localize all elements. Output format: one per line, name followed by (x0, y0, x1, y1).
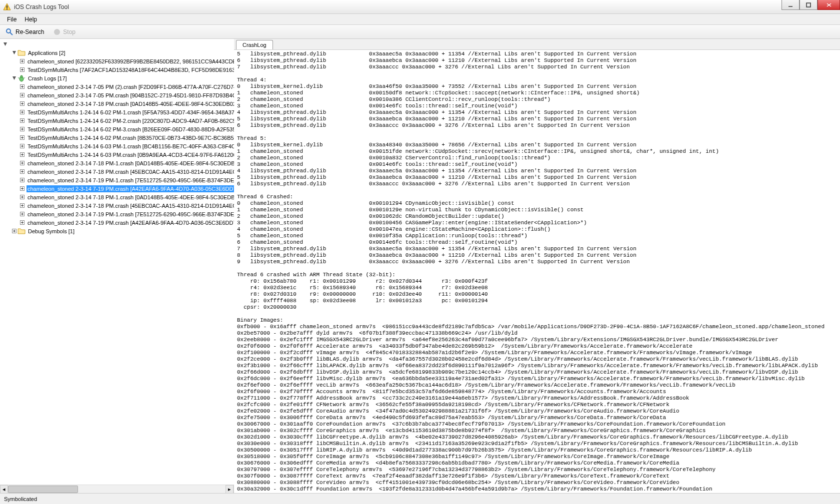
expander-icon[interactable] (11, 75, 17, 81)
search-icon (6, 28, 14, 36)
svg-rect-2 (6, 8, 8, 9)
plus-icon[interactable] (20, 67, 24, 73)
crashlog-view[interactable]: 5 libsystem_pthread.dylib 0x3aaaec5a 0x3… (234, 50, 840, 493)
plus-icon[interactable] (20, 126, 24, 132)
tree-crash-item[interactable]: TestDSymMultiArchs 1-24-14 6-02 PM.crash… (2, 133, 232, 142)
svg-marker-10 (4, 42, 7, 46)
folder-icon (18, 227, 26, 235)
tree-app-label: TestDSymMultiArchs [7AF2ACF1AD153248A18F… (26, 66, 234, 73)
window-title: iOS Crash Logs Tool (14, 3, 69, 10)
tree-crash-label: chameleon_stoned 2-3-14 7-05 PM (2).cras… (26, 83, 234, 90)
tree-crash-label: chameleon_stoned 2-3-14 7-18 PM-1.crash … (26, 160, 234, 167)
toolbar: Re-Search Stop (0, 25, 840, 39)
plus-icon[interactable] (20, 109, 24, 115)
menubar: File Help (0, 14, 840, 25)
tree-crash-item[interactable]: chameleon_stoned 2-3-14 7-19 PM.crash [A… (2, 218, 232, 227)
plus-icon[interactable] (20, 160, 24, 166)
stop-label: Stop (63, 28, 76, 35)
window-buttons (782, 0, 840, 10)
tree-crash-item[interactable]: chameleon_stoned 2-3-14 7-05 PM (2).cras… (2, 82, 232, 91)
tree-app-label: chameleon_stoned [622332052F633992BF99B2… (26, 58, 234, 65)
tree-app-item[interactable]: TestDSymMultiArchs [7AF2ACF1AD153248A18F… (2, 65, 232, 74)
plus-icon[interactable] (20, 118, 24, 124)
tree-crash-label: chameleon_stoned 2-3-14 7-18 PM-1.crash … (26, 194, 234, 201)
minimize-button[interactable] (782, 0, 800, 10)
svg-marker-11 (12, 51, 16, 54)
svg-line-25 (18, 77, 19, 78)
plus-icon[interactable] (20, 169, 24, 175)
tree-crash-label: chameleon_stoned 2-3-14 7-19 PM.crash [A… (26, 219, 234, 226)
tree-crash-item[interactable]: chameleon_stoned 2-3-14 7-05 PM.crash [9… (2, 91, 232, 99)
app-icon (3, 3, 11, 11)
tree-crash-label: chameleon_stoned 2-3-14 7-19 PM.crash [A… (26, 185, 234, 192)
svg-point-9 (54, 29, 60, 35)
svg-line-26 (24, 77, 25, 78)
tree-crash-label: TestDSymMultiArchs 1-24-14 6-02 PM-3.cra… (26, 126, 234, 133)
plus-icon[interactable] (20, 203, 24, 209)
tree-debug-label: Debug Symbols [1] (27, 228, 76, 235)
tree-hscrollbar[interactable]: ◂ ▸ (0, 485, 234, 493)
expander-icon[interactable] (11, 50, 17, 56)
tree-root[interactable] (2, 40, 232, 48)
maximize-button[interactable] (800, 0, 818, 10)
statusbar: Symbolicated (0, 493, 840, 504)
titlebar: iOS Crash Logs Tool (0, 0, 840, 14)
plus-icon[interactable] (20, 186, 24, 192)
expander-icon[interactable] (2, 41, 8, 47)
tree-crash-item[interactable]: chameleon_stoned 2-3-14 7-19 PM-1.crash … (2, 176, 232, 184)
tree-crash-label: chameleon_stoned 2-3-14 7-18 PM.crash [4… (26, 168, 234, 175)
tree-crash-item[interactable]: chameleon_stoned 2-3-14 7-18 PM.crash [4… (2, 167, 232, 176)
tree-crash-item[interactable]: TestDSymMultiArchs 1-24-14 6-03 PM-1.cra… (2, 142, 232, 150)
plus-icon[interactable] (20, 101, 24, 107)
close-button[interactable] (818, 0, 840, 10)
scroll-thumb[interactable] (8, 486, 78, 493)
tree-crashes[interactable]: Crash Logs [17] (2, 74, 232, 82)
plus-icon[interactable] (20, 143, 24, 149)
menu-file[interactable]: File (3, 14, 20, 24)
folder-icon (18, 49, 26, 57)
research-label: Re-Search (16, 28, 44, 35)
svg-marker-22 (12, 76, 16, 80)
plus-icon[interactable] (20, 84, 24, 90)
tree-apps[interactable]: Applications [2] (2, 48, 232, 57)
research-button[interactable]: Re-Search (2, 26, 48, 38)
svg-point-7 (6, 29, 10, 33)
scroll-right-arrow[interactable]: ▸ (226, 485, 234, 494)
svg-rect-4 (806, 3, 810, 7)
tree-crashes-label: Crash Logs [17] (27, 75, 68, 82)
plus-icon[interactable] (20, 211, 24, 217)
plus-icon[interactable] (20, 135, 24, 141)
tree-crash-item[interactable]: chameleon_stoned 2-3-14 7-19 PM-1.crash … (2, 210, 232, 218)
tab-crashlog[interactable]: CrashLog (236, 40, 273, 49)
plus-icon[interactable] (20, 220, 24, 226)
menu-help[interactable]: Help (20, 14, 41, 24)
tree-crash-item[interactable]: chameleon_stoned 2-3-14 7-18 PM.crash [4… (2, 201, 232, 210)
tree-crash-item[interactable]: chameleon_stoned 2-3-14 7-18 PM-1.crash … (2, 193, 232, 201)
tree-crash-item[interactable]: chameleon_stoned 2-3-14 7-18 PM-1.crash … (2, 159, 232, 167)
tree-crash-item[interactable]: TestDSymMultiArchs 1-24-14 6-02 PM-2.cra… (2, 116, 232, 125)
tree-pane[interactable]: Applications [2]chameleon_stoned [622332… (0, 39, 234, 485)
plus-icon[interactable] (20, 194, 24, 200)
tree-crash-label: TestDSymMultiArchs 1-24-14 6-03 PM.crash… (26, 151, 234, 158)
stop-button[interactable]: Stop (50, 26, 79, 38)
plus-icon[interactable] (11, 228, 17, 234)
tree-debug[interactable]: Debug Symbols [1] (2, 227, 232, 235)
tree-crash-item[interactable]: chameleon_stoned 2-3-14 7-18 PM.crash [0… (2, 99, 232, 108)
plus-icon[interactable] (20, 177, 24, 183)
svg-rect-1 (6, 5, 8, 8)
plus-icon[interactable] (20, 58, 24, 64)
tree-crash-item[interactable]: TestDSymMultiArchs 1-24-14 6-03 PM.crash… (2, 150, 232, 159)
tree-crash-label: TestDSymMultiArchs 1-24-14 6-02 PM-1.cra… (26, 109, 234, 116)
tree-app-item[interactable]: chameleon_stoned [622332052F633992BF99B2… (2, 57, 232, 65)
status-text: Symbolicated (4, 496, 37, 502)
tree-crash-item[interactable]: chameleon_stoned 2-3-14 7-19 PM.crash [A… (2, 184, 232, 193)
tree-crash-label: chameleon_stoned 2-3-14 7-18 PM.crash [4… (26, 202, 234, 209)
plus-icon[interactable] (20, 152, 24, 158)
scroll-left-arrow[interactable]: ◂ (0, 485, 8, 494)
tree-crash-item[interactable]: TestDSymMultiArchs 1-24-14 6-02 PM-3.cra… (2, 125, 232, 133)
tree-crash-item[interactable]: TestDSymMultiArchs 1-24-14 6-02 PM-1.cra… (2, 108, 232, 116)
svg-point-24 (20, 75, 22, 77)
tree-crash-label: chameleon_stoned 2-3-14 7-19 PM-1.crash … (26, 177, 234, 184)
plus-icon[interactable] (20, 92, 24, 98)
tree-crash-label: chameleon_stoned 2-3-14 7-18 PM.crash [0… (26, 100, 234, 107)
